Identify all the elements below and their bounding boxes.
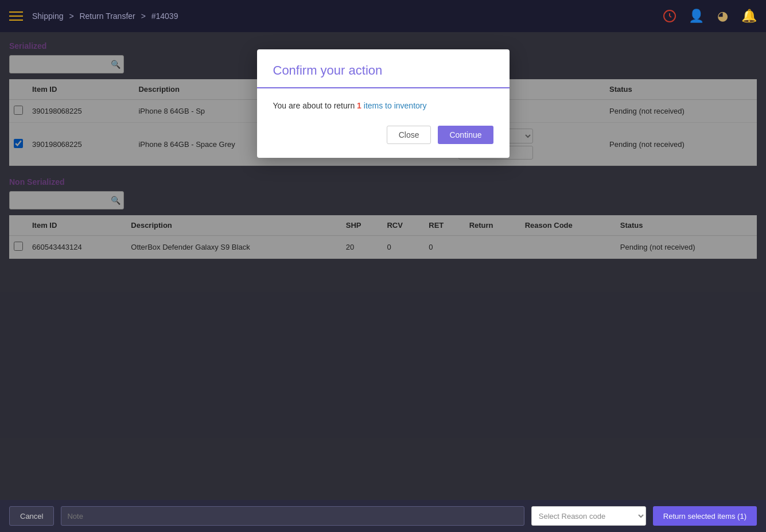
select-reason-code-dropdown[interactable]: Select Reason code: [531, 506, 646, 526]
bottom-bar: Cancel Select Reason code Return selecte…: [0, 500, 766, 532]
note-input[interactable]: [61, 506, 524, 526]
pie-chart-icon[interactable]: ◕: [714, 8, 730, 24]
modal-overlay: Confirm your action You are about to ret…: [0, 32, 766, 500]
breadcrumb-id: #14039: [151, 11, 178, 21]
breadcrumb-sep2: >: [141, 11, 146, 21]
top-nav: Shipping > Return Transfer > #14039 👤 ◕ …: [0, 0, 766, 32]
confirm-modal: Confirm your action You are about to ret…: [257, 49, 510, 158]
modal-title: Confirm your action: [257, 49, 510, 88]
modal-body: You are about to return 1 items to inven…: [257, 88, 510, 126]
bell-icon[interactable]: 🔔: [741, 8, 757, 24]
clock-icon[interactable]: [662, 8, 678, 24]
modal-actions: Close Continue: [257, 126, 510, 158]
return-selected-items-button[interactable]: Return selected items (1): [653, 506, 757, 526]
cancel-button[interactable]: Cancel: [9, 506, 54, 526]
modal-close-button[interactable]: Close: [387, 126, 431, 144]
main-content: Serialized 🔍 Item ID Description Reason …: [0, 32, 766, 500]
modal-message-suffix: items to inventory: [361, 101, 427, 110]
breadcrumb-return-transfer: Return Transfer: [79, 11, 135, 21]
hamburger-menu[interactable]: [9, 11, 23, 21]
modal-message-prefix: You are about to return: [273, 101, 357, 110]
modal-continue-button[interactable]: Continue: [438, 126, 493, 144]
modal-count: 1: [357, 101, 361, 110]
breadcrumb-shipping: Shipping: [32, 11, 64, 21]
breadcrumb-sep1: >: [69, 11, 73, 21]
user-icon[interactable]: 👤: [688, 8, 704, 24]
nav-left: Shipping > Return Transfer > #14039: [9, 11, 178, 21]
svg-line-2: [670, 16, 671, 17]
breadcrumb: Shipping > Return Transfer > #14039: [32, 11, 178, 21]
nav-right: 👤 ◕ 🔔: [662, 8, 757, 24]
